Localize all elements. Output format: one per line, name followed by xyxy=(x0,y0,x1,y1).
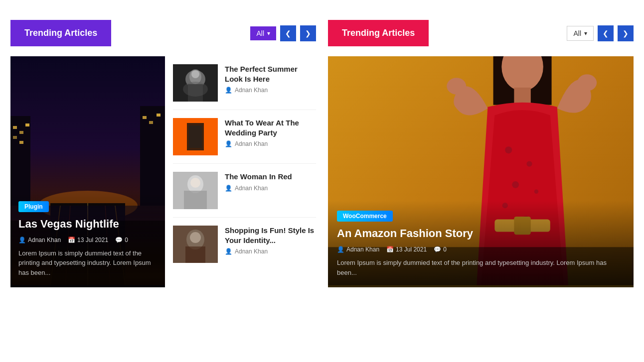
svg-rect-31 xyxy=(189,125,202,148)
left-featured-excerpt: Lorem Ipsum is simply dummied text of th… xyxy=(18,248,157,278)
article-info-1: The Perfect Summer Look Is Here 👤 Adnan … xyxy=(225,64,316,94)
right-next-btn[interactable]: ❯ xyxy=(618,25,634,41)
chevron-down-icon: ▾ xyxy=(267,30,270,37)
list-item[interactable]: What To Wear At The Wedding Party 👤 Adna… xyxy=(173,110,316,164)
right-section-header: Trending Articles All ▾ ❮ ❯ xyxy=(328,20,634,46)
left-next-btn[interactable]: ❯ xyxy=(300,25,316,41)
right-filter-label: All xyxy=(573,29,581,37)
article-thumb-4 xyxy=(173,226,218,263)
left-featured-comments: 💬 0 xyxy=(115,237,128,243)
left-header-controls: All ▾ ❮ ❯ xyxy=(250,25,316,41)
svg-point-49 xyxy=(505,146,512,153)
article-title-4: Shopping Is Fun! Style Is Your Identity.… xyxy=(225,226,316,245)
left-filter-dropdown[interactable]: All ▾ xyxy=(250,26,276,40)
user-icon: 👤 xyxy=(225,248,232,255)
chevron-down-icon: ▾ xyxy=(584,30,587,37)
svg-point-51 xyxy=(512,181,519,188)
svg-rect-9 xyxy=(143,116,147,119)
calendar-icon: 📅 xyxy=(386,246,394,253)
right-section: Trending Articles All ▾ ❮ ❯ xyxy=(328,20,634,287)
article-title-2: What To Wear At The Wedding Party xyxy=(225,118,316,137)
list-item[interactable]: The Perfect Summer Look Is Here 👤 Adnan … xyxy=(173,56,316,110)
article-author-4: 👤 Adnan Khan xyxy=(225,248,316,255)
article-info-3: The Woman In Red 👤 Adnan Khan xyxy=(225,172,316,192)
article-thumb-3 xyxy=(173,172,218,209)
article-thumb-1 xyxy=(173,64,218,102)
article-info-2: What To Wear At The Wedding Party 👤 Adna… xyxy=(225,118,316,147)
left-section-title: Trending Articles xyxy=(10,20,111,46)
right-section-title: Trending Articles xyxy=(328,20,429,46)
svg-rect-5 xyxy=(25,123,29,126)
svg-rect-39 xyxy=(185,246,205,263)
right-featured-title: An Amazon Fashion Story xyxy=(337,227,625,241)
article-thumb-2 xyxy=(173,118,218,155)
right-featured-author: 👤 Adnan Khan xyxy=(337,246,379,253)
left-featured-meta: 👤 Adnan Khan 📅 13 Jul 2021 💬 0 xyxy=(18,237,157,243)
user-icon: 👤 xyxy=(337,246,344,253)
svg-rect-7 xyxy=(19,141,23,144)
svg-point-26 xyxy=(191,70,199,78)
right-filter-dropdown[interactable]: All ▾ xyxy=(567,26,594,41)
right-featured-tag: WooCommerce xyxy=(337,211,393,222)
user-icon: 👤 xyxy=(225,87,232,94)
left-section-header: Trending Articles All ▾ ❮ ❯ xyxy=(10,20,316,46)
svg-rect-4 xyxy=(19,131,23,134)
right-featured-comments: 💬 0 xyxy=(434,246,447,253)
article-title-3: The Woman In Red xyxy=(225,172,316,182)
right-featured-card[interactable]: WooCommerce An Amazon Fashion Story 👤 Ad… xyxy=(328,56,634,287)
user-icon: 👤 xyxy=(225,140,232,147)
svg-point-35 xyxy=(190,178,200,188)
left-filter-label: All xyxy=(256,29,264,37)
left-featured-card[interactable]: Plugin Las Vegas Nightlife 👤 Adnan Khan … xyxy=(10,56,165,287)
left-featured-author: 👤 Adnan Khan xyxy=(18,237,61,243)
right-header-controls: All ▾ ❮ ❯ xyxy=(567,25,634,41)
right-featured-meta: 👤 Adnan Khan 📅 13 Jul 2021 💬 0 xyxy=(337,246,625,253)
right-featured-date: 📅 13 Jul 2021 xyxy=(386,246,427,253)
svg-rect-10 xyxy=(149,121,153,124)
svg-point-52 xyxy=(534,190,538,194)
svg-rect-11 xyxy=(157,114,161,117)
page-wrapper: Trending Articles All ▾ ❮ ❯ xyxy=(10,20,634,287)
svg-point-27 xyxy=(183,82,208,97)
svg-point-40 xyxy=(190,232,201,243)
user-icon: 👤 xyxy=(18,237,26,243)
left-featured-title: Las Vegas Nightlife xyxy=(18,217,157,232)
comment-icon: 💬 xyxy=(115,237,123,243)
right-featured-excerpt: Lorem Ipsum is simply dummied text of th… xyxy=(337,258,625,277)
left-prev-btn[interactable]: ❮ xyxy=(280,25,296,41)
list-item[interactable]: Shopping Is Fun! Style Is Your Identity.… xyxy=(173,218,316,271)
article-thumb-img-1 xyxy=(173,64,218,102)
svg-point-50 xyxy=(526,161,532,166)
article-author-1: 👤 Adnan Khan xyxy=(225,87,316,94)
calendar-icon: 📅 xyxy=(68,237,75,243)
svg-rect-3 xyxy=(13,126,17,129)
article-author-2: 👤 Adnan Khan xyxy=(225,140,316,147)
left-section: Trending Articles All ▾ ❮ ❯ xyxy=(10,20,316,287)
left-content-area: Plugin Las Vegas Nightlife 👤 Adnan Khan … xyxy=(10,56,316,287)
svg-rect-6 xyxy=(13,136,17,139)
right-featured-overlay: WooCommerce An Amazon Fashion Story 👤 Ad… xyxy=(328,201,634,287)
list-item[interactable]: The Woman In Red 👤 Adnan Khan xyxy=(173,164,316,218)
left-featured-overlay: Plugin Las Vegas Nightlife 👤 Adnan Khan … xyxy=(10,191,165,287)
article-info-4: Shopping Is Fun! Style Is Your Identity.… xyxy=(225,226,316,255)
right-prev-btn[interactable]: ❮ xyxy=(598,25,614,41)
article-author-3: 👤 Adnan Khan xyxy=(225,185,316,192)
svg-rect-34 xyxy=(184,191,207,209)
article-title-1: The Perfect Summer Look Is Here xyxy=(225,64,316,84)
comment-icon: 💬 xyxy=(434,246,441,253)
left-featured-date: 📅 13 Jul 2021 xyxy=(68,237,108,243)
user-icon: 👤 xyxy=(225,185,232,192)
left-article-list: The Perfect Summer Look Is Here 👤 Adnan … xyxy=(173,56,316,287)
left-featured-tag: Plugin xyxy=(18,201,49,212)
svg-point-48 xyxy=(577,74,597,91)
svg-point-47 xyxy=(447,78,466,94)
